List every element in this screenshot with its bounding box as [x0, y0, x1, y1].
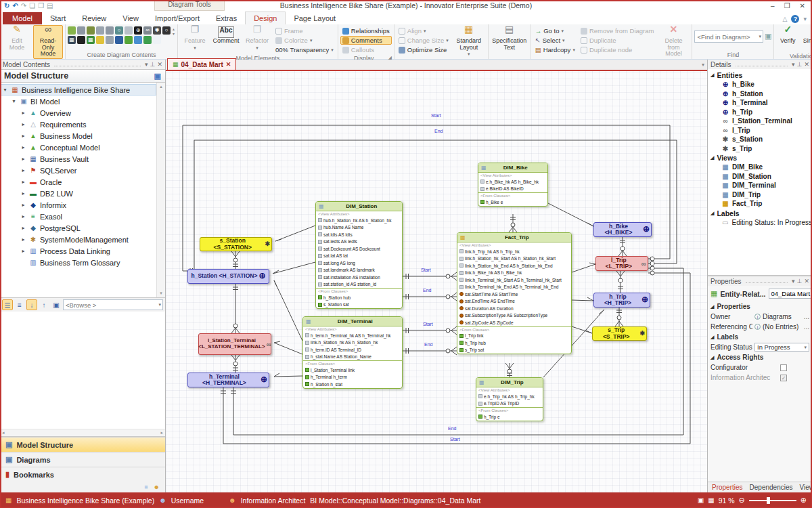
- tree-item[interactable]: ▸ ▥ Process Data Linking: [0, 245, 156, 257]
- more-button[interactable]: ...: [804, 323, 809, 331]
- expander-icon[interactable]: ▸: [20, 225, 26, 231]
- details-group-views[interactable]: ◢Views: [708, 153, 812, 163]
- view-DIM_Trip[interactable]: ▦DIM_Trip <View Attributes> e.h_Trip_hk …: [476, 377, 543, 421]
- layers-icon[interactable]: ≡: [144, 484, 148, 490]
- find-dropdown-icon[interactable]: ▾: [757, 34, 763, 39]
- align-button[interactable]: Align▾: [397, 26, 451, 35]
- expander-icon[interactable]: ▸: [20, 156, 26, 162]
- user-icon[interactable]: ☻: [154, 484, 160, 490]
- diagram-name-input[interactable]: [769, 289, 812, 299]
- panel-nav-button[interactable]: ▣ Diagrams: [0, 452, 165, 467]
- create-tool-icon[interactable]: [153, 36, 161, 44]
- view-attribute[interactable]: hub.Name AS Name: [316, 224, 402, 232]
- paste-icon[interactable]: ❐: [38, 2, 44, 9]
- view-DIM_Station[interactable]: ▦DIM_Station <View Attributes> hub.h_Sta…: [315, 201, 403, 309]
- tree-item[interactable]: ▸ ≡ Exasol: [0, 211, 156, 222]
- pin-icon[interactable]: ⊥: [797, 61, 803, 68]
- panel-menu-icon[interactable]: ▾: [145, 61, 148, 68]
- details-item[interactable]: ▭Editing Status: In Progress: [708, 218, 812, 228]
- filter-icon[interactable]: ▣: [51, 299, 62, 310]
- edit-mode-button[interactable]: ✎ Edit Mode: [2, 25, 32, 52]
- browse-dropdown-icon[interactable]: ▾: [157, 302, 162, 308]
- minimize-ribbon-icon[interactable]: △: [783, 16, 788, 22]
- create-tool-icon[interactable]: ○: [115, 26, 123, 35]
- specification-text-button[interactable]: ▤ Specification Text: [491, 25, 528, 52]
- sort-desc-icon[interactable]: ↑: [39, 299, 49, 310]
- search-icon[interactable]: ▣: [765, 32, 771, 41]
- from-clause[interactable]: h_Trip hub: [457, 339, 571, 347]
- entity-h_Terminal[interactable]: h_Terminal <H_TERMINAL>⊕: [187, 373, 269, 387]
- verify-button[interactable]: ✓ Verify: [776, 25, 799, 46]
- goto-button[interactable]: → Go to▾: [533, 26, 577, 35]
- ribbon-tab[interactable]: Start: [42, 12, 74, 24]
- view-attribute[interactable]: h_stat.Name AS Station_Name: [303, 354, 402, 361]
- view-attribute[interactable]: sat.SubscriptionType AS SubscriptionType: [457, 312, 571, 320]
- tree-item[interactable]: ▸ ▲ Business Model: [0, 130, 156, 142]
- panel-menu-icon[interactable]: ▾: [792, 61, 795, 68]
- create-tool-icon[interactable]: [106, 26, 114, 35]
- from-clause[interactable]: s_Trip sat: [457, 347, 571, 354]
- expander-icon[interactable]: ▸: [20, 202, 26, 208]
- view-attribute[interactable]: e.TripID AS TripID: [476, 400, 543, 408]
- details-item[interactable]: ⊕h_Bike: [708, 80, 812, 89]
- tree-item[interactable]: ▸ ◆ PostgreSQL: [0, 222, 156, 234]
- create-tool-icon[interactable]: ✱: [153, 26, 161, 35]
- details-item[interactable]: ▦DIM_Station: [708, 172, 812, 182]
- details-group-labels[interactable]: ◢Labels: [708, 209, 812, 218]
- diagram-canvas[interactable]: Start End Start End Start End End Start …: [166, 71, 707, 492]
- create-tool-icon[interactable]: [77, 26, 85, 35]
- help-dropdown-icon[interactable]: ▾: [803, 16, 807, 22]
- create-tool-icon[interactable]: [68, 26, 76, 35]
- properties-group[interactable]: ◢Properties: [708, 301, 812, 312]
- view-attribute[interactable]: link.h_Station_hk_End AS h_Station_hk_En…: [457, 262, 571, 270]
- expander-icon[interactable]: ▾: [11, 98, 17, 104]
- details-item[interactable]: ∞l_Station_Terminal: [708, 117, 812, 126]
- access-rights-group[interactable]: ◢Access Rights: [708, 352, 812, 362]
- pin-icon[interactable]: ⊥: [797, 278, 803, 284]
- copy-icon[interactable]: ❏: [29, 2, 35, 9]
- redo-icon[interactable]: ↷: [21, 2, 26, 9]
- comment-button[interactable]: Abc Comment: [211, 25, 241, 46]
- entity-l_Trip[interactable]: l_Trip <L_TRIP>∞: [595, 256, 648, 271]
- entity-l_Station_Terminal[interactable]: l_Station_Terminal <L_STATION_TERMINAL>∞: [198, 333, 271, 355]
- details-item[interactable]: ✱s_Trip: [708, 144, 812, 154]
- tab-close-icon[interactable]: ✕: [226, 61, 231, 68]
- tab-list-icon[interactable]: ▾: [702, 62, 704, 68]
- from-clause[interactable]: l_Trip link: [457, 333, 571, 340]
- expander-icon[interactable]: ▸: [20, 110, 26, 116]
- details-item[interactable]: ⊕h_Trip: [708, 108, 812, 117]
- panel-menu-icon[interactable]: ▾: [792, 278, 795, 284]
- editing-status-dropdown[interactable]: In Progress ▾: [754, 343, 809, 352]
- hardcopy-button[interactable]: ▤ Hardcopy▾: [533, 45, 577, 54]
- create-tool-icon[interactable]: ○: [162, 26, 171, 35]
- entity-s_Trip[interactable]: s_Trip <S_TRIP>✱: [592, 326, 647, 341]
- duplicate-node-button[interactable]: Duplicate node: [579, 45, 656, 54]
- pin-icon[interactable]: ⊥: [150, 61, 156, 68]
- standard-layout-button[interactable]: ▦ Standard Layout▾: [452, 25, 486, 59]
- view-attribute[interactable]: sat.EndTime AS EndTime: [457, 298, 571, 305]
- close-button[interactable]: ✕: [800, 2, 805, 9]
- view-attribute[interactable]: sat.long AS long: [316, 259, 402, 267]
- tree-item[interactable]: ▸ ▲ Conceptual Model: [0, 142, 156, 153]
- view-DIM_Bike[interactable]: ▦DIM_Bike <View Attributes> e.h_Bike_hk …: [478, 163, 548, 207]
- expander-icon[interactable]: ▸: [20, 133, 26, 139]
- view-DIM_Terminal[interactable]: ▦DIM_Terminal <View Attributes> h_term.h…: [302, 316, 403, 389]
- tree-item[interactable]: ▸ ✱ SystemModelManagement: [0, 234, 156, 245]
- expander-icon[interactable]: ▾: [2, 87, 8, 93]
- property-row[interactable]: Owner i Diagrams ...: [708, 312, 812, 322]
- expander-icon[interactable]: ▸: [20, 236, 26, 242]
- grid-icon[interactable]: ▦: [708, 496, 714, 504]
- ribbon-tab[interactable]: Model: [3, 12, 42, 24]
- create-tool-icon[interactable]: [96, 26, 104, 35]
- page-icon[interactable]: ▣: [698, 496, 704, 504]
- expander-icon[interactable]: ▸: [20, 213, 26, 219]
- tree-item[interactable]: ▸ ▦ Business Vault: [0, 153, 156, 165]
- view-attribute[interactable]: h_term.ID AS Terminal_ID: [303, 346, 402, 354]
- tree-item[interactable]: ▸ ▬ DB2 LUW: [0, 188, 156, 199]
- tree-item[interactable]: ▸ ▬ Oracle: [0, 176, 156, 188]
- labels-group[interactable]: ◢Labels: [708, 332, 812, 342]
- panel-close-icon[interactable]: ✕: [804, 61, 809, 68]
- callouts-button[interactable]: Callouts: [340, 45, 392, 54]
- minimize-button[interactable]: –: [771, 2, 775, 9]
- create-tool-icon[interactable]: [106, 36, 114, 44]
